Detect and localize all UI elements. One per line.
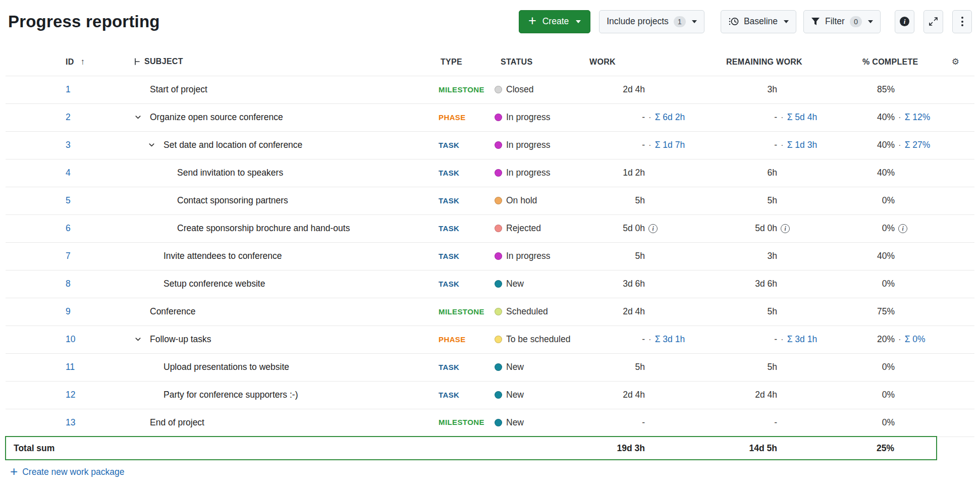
column-header-id[interactable]: ID↑ bbox=[6, 48, 85, 76]
work-value[interactable]: 5d 0h bbox=[574, 223, 645, 234]
status-label[interactable]: New bbox=[506, 390, 524, 400]
work-value[interactable]: - bbox=[574, 334, 645, 345]
info-icon[interactable]: i bbox=[648, 224, 658, 233]
percent-complete-value[interactable]: 40% bbox=[834, 251, 895, 261]
percent-complete-value[interactable]: 0% bbox=[834, 417, 895, 428]
percent-complete-value[interactable]: 0% bbox=[834, 279, 895, 289]
type-label[interactable]: TASK bbox=[439, 224, 459, 233]
status-label[interactable]: Scheduled bbox=[506, 306, 548, 317]
subject-text[interactable]: Contact sponsoring partners bbox=[177, 195, 288, 206]
percent-complete-sum-link[interactable]: Σ 27% bbox=[905, 140, 931, 150]
work-value[interactable]: 5h bbox=[574, 195, 645, 206]
work-sum-link[interactable]: Σ 3d 1h bbox=[655, 334, 685, 345]
work-value[interactable]: - bbox=[574, 112, 645, 123]
work-package-id-link[interactable]: 8 bbox=[66, 279, 71, 289]
percent-complete-value[interactable]: 0% bbox=[834, 362, 895, 372]
remaining-work-value[interactable]: - bbox=[701, 417, 777, 428]
column-header-percent-complete[interactable]: % COMPLETE bbox=[833, 48, 937, 76]
collapse-chevron-icon[interactable] bbox=[148, 141, 164, 149]
percent-complete-value[interactable]: 40% bbox=[834, 168, 895, 178]
column-header-subject[interactable]: SUBJECT bbox=[85, 48, 434, 76]
percent-complete-sum-link[interactable]: Σ 0% bbox=[905, 334, 925, 345]
type-label[interactable]: TASK bbox=[439, 196, 459, 205]
work-value[interactable]: 5h bbox=[574, 251, 645, 261]
subject-text[interactable]: Create sponsorship brochure and hand-out… bbox=[177, 223, 350, 234]
status-label[interactable]: In progress bbox=[506, 112, 551, 123]
work-value[interactable]: - bbox=[574, 140, 645, 150]
remaining-work-value[interactable]: 5h bbox=[701, 306, 777, 317]
type-label[interactable]: TASK bbox=[439, 363, 459, 371]
work-package-id-link[interactable]: 7 bbox=[66, 251, 71, 261]
filter-button[interactable]: Filter 0 bbox=[803, 10, 881, 33]
work-value[interactable]: 5h bbox=[574, 362, 645, 372]
percent-complete-value[interactable]: 75% bbox=[834, 306, 895, 317]
subject-text[interactable]: Conference bbox=[150, 306, 195, 317]
work-package-id-link[interactable]: 2 bbox=[66, 112, 71, 122]
fullscreen-button[interactable] bbox=[923, 10, 943, 33]
type-label[interactable]: TASK bbox=[439, 252, 459, 260]
type-label[interactable]: TASK bbox=[439, 169, 459, 177]
remaining-work-value[interactable]: - bbox=[701, 112, 777, 123]
collapse-chevron-icon[interactable] bbox=[134, 114, 150, 121]
percent-complete-value[interactable]: 0% bbox=[834, 195, 895, 206]
work-package-id-link[interactable]: 6 bbox=[66, 223, 71, 233]
column-header-type[interactable]: TYPE bbox=[434, 48, 493, 76]
status-label[interactable]: New bbox=[506, 417, 524, 428]
create-button[interactable]: + Create bbox=[519, 10, 590, 33]
percent-complete-sum-link[interactable]: Σ 12% bbox=[905, 112, 931, 123]
status-label[interactable]: New bbox=[506, 362, 524, 372]
column-header-status[interactable]: STATUS bbox=[493, 48, 573, 76]
remaining-work-value[interactable]: 3h bbox=[701, 84, 777, 95]
subject-text[interactable]: Organize open source conference bbox=[150, 112, 283, 123]
remaining-work-value[interactable]: 3d 6h bbox=[701, 279, 777, 289]
subject-text[interactable]: Start of project bbox=[150, 84, 207, 95]
remaining-work-value[interactable]: 5d 0h bbox=[701, 223, 777, 234]
remaining-work-sum-link[interactable]: Σ 3d 1h bbox=[787, 334, 817, 345]
info-icon[interactable]: i bbox=[781, 224, 790, 233]
type-label[interactable]: PHASE bbox=[439, 335, 466, 344]
remaining-work-sum-link[interactable]: Σ 1d 3h bbox=[787, 140, 817, 150]
subject-text[interactable]: Party for conference supporters :-) bbox=[164, 390, 298, 400]
work-value[interactable]: 1d 2h bbox=[574, 168, 645, 178]
work-package-id-link[interactable]: 10 bbox=[66, 334, 75, 344]
collapse-chevron-icon[interactable] bbox=[134, 336, 150, 343]
remaining-work-value[interactable]: 5h bbox=[701, 195, 777, 206]
work-package-id-link[interactable]: 3 bbox=[66, 140, 71, 150]
percent-complete-value[interactable]: 85% bbox=[834, 84, 895, 95]
remaining-work-value[interactable]: 6h bbox=[701, 168, 777, 178]
type-label[interactable]: MILESTONE bbox=[439, 85, 484, 94]
status-label[interactable]: On hold bbox=[506, 195, 537, 206]
column-header-work[interactable]: WORK bbox=[573, 48, 701, 76]
type-label[interactable]: MILESTONE bbox=[439, 418, 484, 426]
type-label[interactable]: TASK bbox=[439, 280, 459, 288]
type-label[interactable]: TASK bbox=[439, 391, 459, 399]
work-value[interactable]: 2d 4h bbox=[574, 390, 645, 400]
status-label[interactable]: Closed bbox=[506, 84, 533, 95]
percent-complete-value[interactable]: 40% bbox=[834, 140, 895, 150]
status-label[interactable]: To be scheduled bbox=[506, 334, 570, 345]
info-icon[interactable]: i bbox=[898, 224, 907, 233]
subject-text[interactable]: End of project bbox=[150, 417, 204, 428]
status-label[interactable]: In progress bbox=[506, 140, 551, 150]
work-package-id-link[interactable]: 1 bbox=[66, 84, 71, 94]
work-value[interactable]: - bbox=[574, 417, 645, 428]
more-menu-button[interactable] bbox=[952, 10, 972, 33]
work-sum-link[interactable]: Σ 6d 2h bbox=[655, 112, 685, 123]
remaining-work-value[interactable]: 2d 4h bbox=[701, 390, 777, 400]
type-label[interactable]: MILESTONE bbox=[439, 307, 484, 316]
work-package-id-link[interactable]: 4 bbox=[66, 168, 71, 178]
remaining-work-value[interactable]: 3h bbox=[701, 251, 777, 261]
percent-complete-value[interactable]: 0% bbox=[834, 390, 895, 400]
column-header-remaining-work[interactable]: REMAINING WORK bbox=[701, 48, 833, 76]
create-work-package-link[interactable]: + Create new work package bbox=[10, 466, 125, 478]
baseline-button[interactable]: Baseline bbox=[721, 10, 796, 33]
table-settings-button[interactable]: ⚙ bbox=[937, 48, 974, 76]
work-package-id-link[interactable]: 12 bbox=[66, 390, 75, 400]
remaining-work-sum-link[interactable]: Σ 5d 4h bbox=[787, 112, 817, 123]
percent-complete-value[interactable]: 20% bbox=[834, 334, 895, 345]
subject-text[interactable]: Follow-up tasks bbox=[150, 334, 211, 345]
status-label[interactable]: In progress bbox=[506, 251, 551, 261]
percent-complete-value[interactable]: 40% bbox=[834, 112, 895, 123]
type-label[interactable]: PHASE bbox=[439, 113, 466, 122]
subject-text[interactable]: Setup conference website bbox=[164, 279, 265, 289]
